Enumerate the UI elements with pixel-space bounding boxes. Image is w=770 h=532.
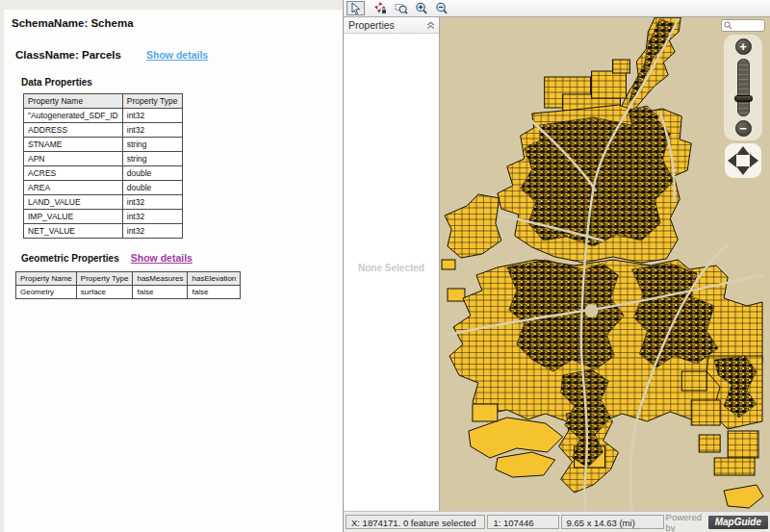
selection-count-text: 0 feature selected	[403, 518, 476, 528]
map-extent-text: 9.65 x 14.63 (mi)	[567, 518, 635, 528]
table-row: AREAdouble	[24, 181, 183, 195]
pan-arrows	[727, 145, 759, 176]
table-cell: APN	[24, 152, 123, 166]
pan-down-arrow[interactable]	[736, 166, 750, 175]
status-extent-segment: 9.65 x 14.63 (mi)	[561, 515, 664, 529]
zoom-in-button[interactable]: +	[735, 38, 752, 55]
properties-panel-title: Properties	[348, 19, 395, 31]
table-row: Geometrysurfacefalsefalse	[16, 286, 241, 299]
schema-report-panel: SchemaName: Schema ClassName: ParcelsSho…	[0, 0, 343, 532]
table-row: ADDRESSint32	[24, 123, 183, 138]
column-header: hasMeasures	[133, 272, 188, 286]
pan-pad	[725, 143, 761, 178]
map-viewport[interactable]: + −	[440, 17, 770, 511]
properties-panel-header: Properties	[344, 17, 439, 34]
viewer-toolbar	[344, 0, 770, 17]
properties-panel: Properties None Selected	[344, 17, 440, 511]
pan-right-arrow[interactable]	[750, 154, 758, 167]
table-cell: "Autogenerated_SDF_ID	[24, 109, 123, 123]
table-cell: IMP_VALUE	[24, 210, 123, 224]
class-name-heading: ClassName: Parcels	[15, 49, 121, 61]
data-properties-table: Property NameProperty Type"Autogenerated…	[23, 93, 183, 239]
column-header: Property Type	[122, 94, 182, 109]
table-cell: string	[122, 152, 182, 166]
geometric-show-details-link[interactable]: Show details	[131, 252, 192, 264]
zoom-out-icon	[435, 2, 449, 14]
table-cell: double	[122, 166, 182, 181]
zoom-slider-track[interactable]	[737, 59, 750, 116]
zoom-rectangle-tool-button[interactable]	[392, 1, 410, 15]
table-row: NET_VALUEint32	[24, 224, 183, 239]
table-cell: int32	[122, 224, 182, 239]
class-name-row: ClassName: ParcelsShow details	[15, 45, 343, 63]
map-preview-pane: Properties None Selected	[343, 0, 770, 532]
pan-arrows-icon	[374, 2, 387, 14]
table-cell: int32	[122, 123, 182, 138]
table-row: "Autogenerated_SDF_IDint32	[24, 109, 183, 123]
table-cell: false	[188, 286, 241, 299]
zoom-rectangle-icon	[395, 2, 408, 14]
map-scale-text: 1: 107446	[493, 518, 533, 528]
geometric-properties-heading: Geometric Properties	[21, 253, 119, 264]
schema-name-heading: SchemaName: Schema	[12, 17, 343, 29]
properties-panel-body: None Selected	[344, 34, 439, 511]
status-scale-segment: 1: 107446	[487, 515, 558, 529]
viewer-main: Properties None Selected	[344, 17, 770, 511]
pan-left-arrow[interactable]	[728, 154, 736, 167]
table-cell: string	[122, 138, 182, 152]
no-selection-message: None Selected	[344, 263, 439, 273]
table-cell: surface	[76, 286, 133, 299]
table-cell: ACRES	[24, 166, 123, 181]
table-cell: double	[122, 181, 182, 195]
magnifier-icon	[724, 21, 732, 30]
cursor-arrow-icon	[349, 2, 362, 14]
pan-up-arrow[interactable]	[736, 146, 750, 155]
zoom-in-icon	[415, 2, 428, 14]
cursor-position-text: X: 1874171.	[351, 518, 400, 528]
geometric-properties-table: Property NameProperty TypehasMeasureshas…	[15, 271, 241, 299]
table-cell: int32	[122, 195, 182, 210]
status-branding: Powered by MapGuide	[666, 515, 768, 529]
table-row: LAND_VALUEint32	[24, 195, 183, 210]
zoom-out-tool-button[interactable]	[432, 1, 450, 15]
table-cell: STNAME	[24, 138, 123, 152]
pan-tool-button[interactable]	[372, 1, 390, 15]
column-header: Property Name	[24, 94, 123, 109]
viewer-statusbar: X: 1874171. 0 feature selected 1: 107446…	[344, 511, 770, 532]
zoom-slider-widget: + −	[724, 35, 762, 140]
class-show-details-link[interactable]: Show details	[146, 49, 208, 61]
table-cell: AREA	[24, 181, 123, 195]
table-cell: false	[133, 286, 188, 299]
table-header-row: Property NameProperty TypehasMeasureshas…	[16, 272, 241, 286]
powered-by-text: Powered by	[666, 512, 705, 532]
mapguide-logo: MapGuide	[708, 516, 768, 529]
table-cell: NET_VALUE	[24, 224, 123, 239]
table-row: STNAMEstring	[24, 138, 183, 152]
table-row: ACRESdouble	[24, 166, 183, 181]
column-header: hasElevation	[188, 272, 241, 286]
table-cell: LAND_VALUE	[24, 195, 123, 210]
data-properties-heading: Data Properties	[21, 77, 343, 88]
table-cell: Geometry	[16, 286, 77, 299]
map-search-input[interactable]	[721, 19, 765, 32]
zoom-slider-handle[interactable]	[734, 95, 753, 102]
table-cell: ADDRESS	[24, 123, 123, 138]
table-cell: int32	[122, 109, 182, 123]
status-position-segment: X: 1874171. 0 feature selected	[346, 515, 485, 529]
select-tool-button[interactable]	[346, 1, 365, 15]
table-header-row: Property NameProperty Type	[24, 94, 183, 109]
column-header: Property Name	[16, 272, 77, 286]
zoom-out-button[interactable]: −	[735, 120, 752, 137]
column-header: Property Type	[76, 272, 133, 286]
table-row: IMP_VALUEint32	[24, 210, 183, 224]
table-row: APNstring	[24, 152, 183, 166]
map-navigation-widget: + −	[721, 19, 765, 178]
table-cell: int32	[122, 210, 182, 224]
zoom-in-tool-button[interactable]	[412, 1, 430, 15]
geometric-properties-row: Geometric PropertiesShow details	[21, 248, 343, 266]
double-chevron-up-icon[interactable]	[426, 21, 435, 30]
